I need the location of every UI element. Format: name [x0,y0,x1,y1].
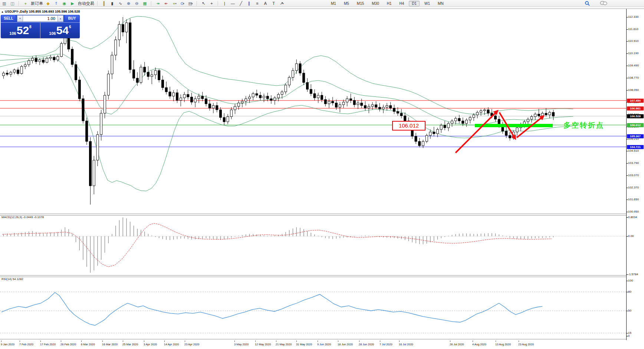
axis-tick-mark [627,53,628,54]
new-order-icon[interactable]: ＋ [22,1,29,6]
chart-window-icon[interactable]: ▥ [1,1,7,6]
symbol-marker-icon: ▲ [1,10,4,13]
turning-point-annotation: 多空转折点 [564,121,604,130]
sell-button[interactable]: SELL [1,15,16,22]
date-label: 18 Jun 2020 [338,343,353,346]
candlest-icon[interactable]: ▮ [109,1,115,6]
zoom-out-icon[interactable]: ⊖ [134,1,140,6]
expert-advisor-icon[interactable]: ◆ [45,1,51,6]
macd-chart[interactable] [0,215,626,275]
timeframe-toolbar: M1M5M15M30H1H4D1W1MN [328,0,447,7]
sell-price-big: 52 [17,24,29,37]
timeframe-d1[interactable]: D1 [409,1,420,6]
volume-increase-button[interactable]: ▲ [58,15,63,22]
sell-price[interactable]: 106 52 8 [1,23,40,38]
expert-advisor-icon: ◆ [46,1,49,6]
crosshair-icon[interactable]: + [208,1,215,6]
text-icon[interactable]: A [262,1,269,6]
fibonacci-icon[interactable]: ≡ [254,1,260,6]
timeframe-m5[interactable]: M5 [341,1,352,6]
publish-icon[interactable]: ⇑ [53,1,59,6]
date-label: 28 Jun 2020 [359,343,374,346]
vline-icon[interactable]: | [221,1,228,6]
text-label-icon[interactable]: T [270,1,277,6]
date-tick-mark [496,340,496,342]
timeframe-m15[interactable]: M15 [354,1,367,6]
profiles-icon[interactable]: ◫ [9,1,16,6]
date-tick-mark [296,340,297,342]
zoom-in-icon[interactable]: ⊕ [125,1,132,6]
bar-chart-icon: ║ [103,1,106,6]
channel-icon[interactable]: ∥ [246,1,252,6]
chat-icon[interactable] [600,1,607,6]
main-toolbar: ▥◫＋新订单◆⇑◉▶自动交易║▮∿⊕⊖▦↠↞＋▾⊙▾▤▾↖+|—╱∥≡AT↗▾ … [0,0,644,7]
tile-windows-icon[interactable]: ▦ [142,1,148,6]
date-label: 6 Mar 2020 [81,343,95,346]
templates-icon[interactable]: ▤▾ [187,1,194,6]
hline-icon[interactable]: — [230,1,236,6]
date-tick-mark [20,340,20,342]
date-tick-mark [61,340,61,342]
date-label: 3 May 2020 [234,343,249,346]
trendline-icon[interactable]: ╱ [238,1,244,6]
price-tick: 109.490 [628,64,639,67]
date-label: 3 Apr 2020 [144,343,157,346]
rsi-label: RSI(14) 54.1282 [1,277,23,281]
rsi-chart[interactable] [0,276,626,339]
autotrading-icon[interactable]: ▶ [69,1,76,6]
axis-tick-mark [627,90,628,90]
new-order-icon-label[interactable]: 新订单 [31,1,43,6]
axis-tick-mark [627,78,628,78]
timeframe-m1[interactable]: M1 [328,1,339,6]
timeframe-w1[interactable]: W1 [421,1,433,6]
chevron-down-icon: ▾ [183,1,184,6]
price-tick: 103.790 [628,161,639,165]
date-tick-mark [380,340,380,342]
price-tick: 104.510 [628,149,639,152]
indicators-icon[interactable]: ＋▾ [171,1,177,6]
buy-price-pip: 6 [69,25,71,29]
axis-tick-mark [627,66,628,66]
timeframe-h1[interactable]: H1 [384,1,395,6]
date-tick-mark [473,340,473,342]
cursor-icon[interactable]: ↖ [200,1,207,6]
line-chart-icon[interactable]: ∿ [117,1,124,6]
axis-tick-mark [627,333,628,333]
price-tick: 111.610 [628,27,638,31]
sell-price-pip: 8 [29,25,32,29]
date-tick-mark [255,340,256,342]
axis-tick-mark [627,41,628,42]
periods-icon[interactable]: ⊙▾ [179,1,185,6]
chevron-down-icon: ▾ [175,1,177,6]
axis-tick-mark [627,292,628,292]
signals-icon[interactable]: ◉ [61,1,68,6]
arrows-icon[interactable]: ↗▾ [279,1,285,6]
date-tick-mark [399,340,400,342]
date-tick-mark [144,340,144,342]
timeframe-mn[interactable]: MN [435,1,447,6]
one-click-trading-panel: SELL ▼ 1.00 ▲ BUY 106 52 8 106 54 6 [1,15,80,38]
date-axis: 9 Jan 20207 Feb 202017 Feb 202026 Feb 20… [0,340,644,349]
timeframe-m30[interactable]: M30 [369,1,382,6]
buy-price[interactable]: 106 54 6 [40,23,80,38]
pane-splitter[interactable] [0,275,644,277]
auto-scroll-icon[interactable]: ↠ [155,1,161,6]
buy-button[interactable]: BUY [65,15,79,22]
bar-chart-icon[interactable]: ║ [101,1,107,6]
date-label: 13 Aug 2020 [495,343,511,346]
cursor-icon: ↖ [202,1,205,6]
publish-icon: ⇑ [55,1,58,6]
trendline-icon: ╱ [240,1,242,6]
date-label: 17 Feb 2020 [40,343,56,346]
timeframe-h4[interactable]: H4 [397,1,407,6]
symbol-title: ▲USDJPY-,Daily 105.855 106.693 105.596 1… [1,10,80,13]
axis-tick-mark [627,336,628,336]
candlest-icon: ▮ [111,1,113,6]
search-icon[interactable] [585,1,590,6]
volume-decrease-button[interactable]: ▼ [17,15,23,22]
price-chart[interactable] [0,9,626,214]
pane-splitter[interactable] [0,214,644,215]
autotrading-icon-label[interactable]: 自动交易 [78,1,94,6]
chart-shift-icon[interactable]: ↞ [163,1,169,6]
volume-input[interactable]: 1.00 [23,15,58,22]
